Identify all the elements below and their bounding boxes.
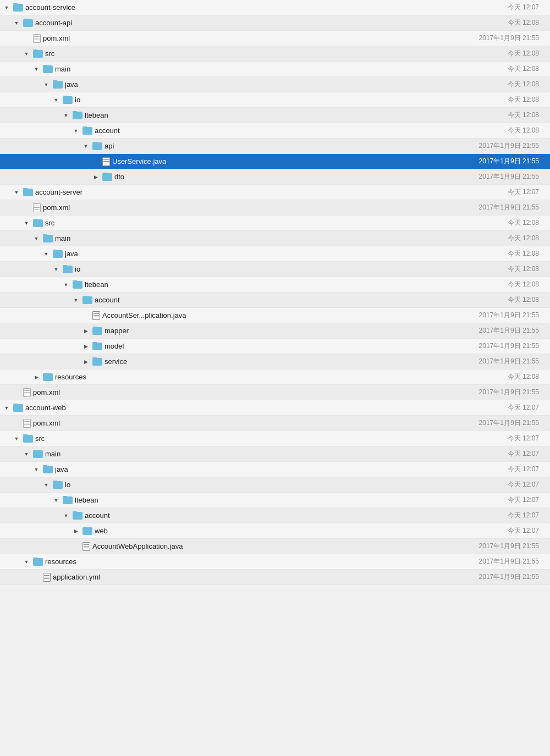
tree-row[interactable]: web今天 12:07 (0, 523, 550, 539)
toggle-icon[interactable] (12, 19, 21, 27)
toggle-icon[interactable] (32, 373, 41, 382)
item-date: 今天 12:08 (462, 234, 539, 243)
tree-row[interactable]: account-service今天 12:07 (0, 0, 550, 15)
folder-icon (63, 96, 73, 104)
tree-row[interactable]: api2017年1月9日 21:55 (0, 139, 550, 154)
toggle-icon[interactable] (2, 404, 11, 412)
toggle-icon[interactable] (72, 296, 80, 305)
tree-row[interactable]: java今天 12:08 (0, 246, 550, 262)
toggle-icon[interactable] (32, 65, 41, 74)
item-date: 今天 12:07 (462, 403, 539, 412)
item-name: pom.xml (33, 419, 60, 427)
tree-row[interactable]: application.yml2017年1月9日 21:55 (0, 570, 550, 585)
item-date: 2017年1月9日 21:55 (462, 203, 539, 212)
file-tree: account-service今天 12:07account-api今天 12:… (0, 0, 550, 756)
toggle-icon[interactable] (2, 3, 11, 12)
folder-icon (13, 404, 23, 412)
tree-row[interactable]: main今天 12:08 (0, 231, 550, 246)
tree-row[interactable]: pom.xml2017年1月9日 21:55 (0, 31, 550, 46)
tree-row[interactable]: main今天 12:07 (0, 446, 550, 462)
folder-icon (33, 50, 43, 58)
tree-row[interactable]: resources今天 12:08 (0, 369, 550, 385)
tree-row[interactable]: pom.xml2017年1月9日 21:55 (0, 416, 550, 431)
tree-row[interactable]: src今天 12:07 (0, 431, 550, 446)
item-date: 今天 12:08 (462, 249, 539, 258)
toggle-icon[interactable] (42, 250, 51, 258)
item-name: main (55, 234, 70, 242)
tree-row[interactable]: account今天 12:07 (0, 508, 550, 523)
tree-row[interactable]: ltebean今天 12:08 (0, 108, 550, 123)
item-name: mapper (105, 327, 129, 335)
item-date: 今天 12:07 (462, 526, 539, 536)
item-name: src (45, 219, 54, 227)
toggle-icon[interactable] (22, 450, 31, 459)
item-date: 今天 12:07 (462, 495, 539, 505)
toggle-icon[interactable] (81, 342, 90, 351)
item-date: 2017年1月9日 21:55 (462, 388, 539, 397)
toggle-icon[interactable] (62, 111, 70, 120)
tree-row[interactable]: io今天 12:07 (0, 477, 550, 493)
tree-row[interactable]: ltebean今天 12:08 (0, 277, 550, 293)
toggle-icon[interactable] (52, 496, 61, 505)
item-date: 今天 12:08 (462, 80, 539, 89)
toggle-icon[interactable] (12, 188, 21, 197)
tree-row[interactable]: resources2017年1月9日 21:55 (0, 554, 550, 570)
tree-row[interactable]: dto2017年1月9日 21:55 (0, 169, 550, 185)
item-date: 2017年1月9日 21:55 (462, 557, 539, 566)
toggle-icon[interactable] (72, 527, 80, 536)
toggle-icon[interactable] (42, 80, 51, 89)
toggle-icon[interactable] (42, 481, 51, 489)
tree-row[interactable]: java今天 12:07 (0, 462, 550, 477)
item-name: account-service (25, 3, 75, 12)
toggle-icon[interactable] (22, 219, 31, 228)
toggle-icon[interactable] (62, 511, 70, 520)
tree-row[interactable]: account今天 12:08 (0, 123, 550, 139)
item-date: 今天 12:07 (462, 434, 539, 443)
tree-row[interactable]: account-api今天 12:08 (0, 15, 550, 31)
toggle-icon[interactable] (22, 49, 31, 58)
item-date: 2017年1月9日 21:55 (462, 141, 539, 151)
toggle-icon[interactable] (32, 234, 41, 243)
item-name: account (95, 296, 120, 304)
tree-row[interactable]: pom.xml2017年1月9日 21:55 (0, 385, 550, 400)
item-name: pom.xml (43, 34, 70, 42)
tree-row[interactable]: main今天 12:08 (0, 62, 550, 77)
toggle-icon[interactable] (81, 142, 90, 151)
toggle-icon[interactable] (91, 173, 100, 181)
folder-icon (63, 496, 73, 504)
item-name: AccountSer...plication.java (102, 311, 186, 319)
tree-row[interactable]: account-web今天 12:07 (0, 400, 550, 416)
tree-row[interactable]: UserService.java2017年1月9日 21:55 (0, 154, 550, 169)
xml-file-icon (33, 203, 41, 212)
toggle-icon[interactable] (12, 434, 21, 443)
folder-icon (82, 527, 92, 535)
toggle-icon[interactable] (81, 327, 90, 335)
tree-row[interactable]: java今天 12:08 (0, 77, 550, 92)
tree-row[interactable]: src今天 12:08 (0, 46, 550, 62)
tree-row[interactable]: src今天 12:08 (0, 216, 550, 231)
item-name: main (55, 65, 70, 73)
toggle-icon[interactable] (52, 265, 61, 274)
tree-row[interactable]: AccountSer...plication.java2017年1月9日 21:… (0, 308, 550, 323)
tree-row[interactable]: model2017年1月9日 21:55 (0, 339, 550, 354)
tree-row[interactable]: io今天 12:08 (0, 262, 550, 277)
java-file-icon (43, 573, 51, 582)
toggle-icon[interactable] (62, 280, 70, 289)
toggle-icon[interactable] (81, 357, 90, 366)
tree-row[interactable]: AccountWebApplication.java2017年1月9日 21:5… (0, 539, 550, 554)
tree-row[interactable]: ltebean今天 12:07 (0, 493, 550, 508)
tree-row[interactable]: io今天 12:08 (0, 92, 550, 108)
item-name: ltebean (85, 280, 108, 289)
tree-row[interactable]: pom.xml2017年1月9日 21:55 (0, 200, 550, 216)
tree-row[interactable]: service2017年1月9日 21:55 (0, 354, 550, 369)
item-name: AccountWebApplication.java (92, 542, 183, 550)
toggle-icon[interactable] (32, 465, 41, 474)
folder-icon (73, 112, 82, 119)
tree-row[interactable]: account今天 12:08 (0, 293, 550, 308)
toggle-icon[interactable] (72, 126, 80, 135)
item-date: 今天 12:08 (462, 218, 539, 228)
tree-row[interactable]: account-server今天 12:07 (0, 185, 550, 200)
toggle-icon[interactable] (52, 96, 61, 104)
toggle-icon[interactable] (22, 558, 31, 566)
tree-row[interactable]: mapper2017年1月9日 21:55 (0, 323, 550, 339)
